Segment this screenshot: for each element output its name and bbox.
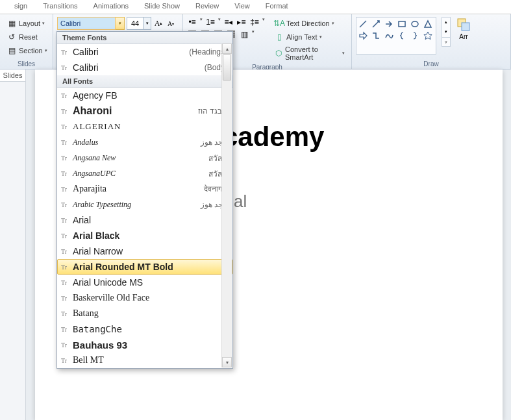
bullets-icon[interactable]: •≡	[187, 17, 197, 27]
shape-block-arrow-icon[interactable]	[358, 31, 368, 41]
gallery-down-icon[interactable]: ▾	[442, 27, 450, 36]
font-option-name: Arabic Typesetting	[73, 200, 201, 210]
font-option[interactable]: TrAgency FB	[57, 88, 232, 103]
font-option[interactable]: TrArial	[57, 212, 232, 228]
font-dropdown: Theme Fonts TrCalibri(Headings)TrCalibri…	[56, 31, 233, 369]
font-option-name: Arial Unicode MS	[73, 277, 227, 288]
arrange-button[interactable]: Arr	[456, 17, 471, 40]
font-option-name: AngsanaUPC	[73, 169, 208, 179]
font-option[interactable]: TrAngsana Newสวัสดี	[57, 150, 232, 166]
truetype-icon: Tr	[61, 217, 73, 224]
reset-icon: ↺	[6, 32, 17, 42]
section-label: Section	[19, 47, 43, 55]
gallery-up-icon[interactable]: ▴	[442, 18, 450, 27]
shapes-gallery[interactable]	[356, 17, 436, 55]
truetype-icon: Tr	[61, 154, 73, 162]
tab-review[interactable]: Review	[188, 0, 227, 14]
convert-smartart-button[interactable]: ⬡ Convert to SmartArt ▾	[271, 44, 347, 62]
font-dropdown-scrollbar[interactable]: ▴ ▾	[221, 43, 232, 367]
font-size-dropdown-button[interactable]: ▾	[143, 17, 151, 30]
columns-icon[interactable]: ▥	[239, 29, 249, 40]
convert-smartart-label: Convert to SmartArt	[285, 45, 340, 61]
shape-arrow-icon[interactable]	[384, 19, 394, 29]
shape-star-icon[interactable]	[423, 31, 433, 41]
text-direction-button[interactable]: ⇅A Text Direction ▾	[271, 17, 347, 30]
shape-brace2-icon[interactable]	[410, 31, 420, 41]
align-text-button[interactable]: ▯ Align Text ▾	[271, 31, 347, 43]
layout-button[interactable]: ▦ Layout ▾	[4, 17, 50, 30]
grow-font-icon[interactable]: A▴	[153, 18, 164, 29]
font-option[interactable]: TrCalibri(Headings)	[57, 44, 232, 60]
shape-brace-icon[interactable]	[397, 31, 407, 41]
truetype-icon: Tr	[61, 232, 73, 240]
truetype-icon: Tr	[61, 248, 73, 255]
font-dropdown-theme-header: Theme Fonts	[57, 32, 232, 44]
truetype-icon: Tr	[61, 279, 73, 286]
font-option[interactable]: TrALGERIAN	[57, 119, 232, 134]
shape-oval-icon[interactable]	[410, 19, 420, 29]
shape-rect-icon[interactable]	[397, 19, 407, 29]
tab-slide-show[interactable]: Slide Show	[136, 0, 188, 14]
font-option[interactable]: TrAharoniאבגד הוז	[57, 103, 232, 119]
shrink-font-icon[interactable]: A▾	[166, 18, 176, 29]
scroll-down-icon[interactable]: ▾	[222, 357, 232, 367]
scroll-up-icon[interactable]: ▴	[222, 43, 232, 54]
tab-format[interactable]: Format	[258, 0, 296, 14]
font-option[interactable]: TrBell MT	[57, 352, 232, 368]
font-option[interactable]: TrBatang	[57, 306, 232, 321]
text-direction-label: Text Direction	[286, 19, 330, 27]
numbering-icon[interactable]: 1≡	[205, 17, 216, 27]
tab-transitions[interactable]: Transitions	[35, 0, 85, 14]
font-option[interactable]: TrBauhaus 93	[57, 337, 232, 352]
truetype-icon: Tr	[61, 201, 73, 208]
scroll-thumb[interactable]	[223, 55, 231, 80]
shape-elbow-icon[interactable]	[371, 31, 381, 41]
font-size-combo[interactable]: ▾	[127, 17, 151, 30]
font-option[interactable]: TrCalibri(Body)	[57, 60, 232, 75]
gallery-more-icon[interactable]: ▿	[442, 37, 450, 46]
font-option-name: Calibri	[73, 62, 205, 73]
font-option-name: Aparajita	[73, 184, 204, 194]
font-option-name: Angsana New	[73, 153, 208, 163]
shape-triangle-icon[interactable]	[423, 19, 433, 29]
section-button[interactable]: ▤ Section ▾	[4, 44, 50, 57]
dropdown-icon: ▾	[45, 48, 47, 53]
font-option[interactable]: TrAparajitaदेवनागरी	[57, 181, 232, 197]
slides-tab[interactable]: Slides	[0, 69, 25, 82]
font-option[interactable]: TrBatangChe	[57, 321, 232, 337]
font-name-input[interactable]	[57, 17, 116, 30]
tab-sign[interactable]: sign	[6, 0, 35, 14]
font-size-input[interactable]	[127, 17, 143, 30]
font-name-combo[interactable]: ▾	[57, 17, 125, 30]
line-spacing-icon[interactable]: ‡≡	[249, 17, 260, 27]
font-option-name: Bell MT	[73, 355, 227, 365]
font-option[interactable]: TrAndalusأبجد هوز	[57, 134, 232, 150]
shape-line-arrow-icon[interactable]	[371, 19, 381, 29]
tab-view[interactable]: View	[227, 0, 258, 14]
shape-line-icon[interactable]	[358, 19, 368, 29]
font-option-name: Agency FB	[73, 90, 227, 101]
tab-animations[interactable]: Animations	[86, 0, 136, 14]
font-option-name: Arial	[73, 215, 227, 225]
increase-indent-icon[interactable]: ▸≡	[236, 17, 247, 27]
font-option[interactable]: TrArabic Typesettingأبجد هوز	[57, 197, 232, 212]
font-option[interactable]: TrArial Unicode MS	[57, 275, 232, 290]
font-option-name: Arial Narrow	[73, 246, 227, 256]
layout-icon: ▦	[6, 18, 17, 29]
font-option[interactable]: TrBaskerville Old Face	[57, 290, 232, 306]
section-icon: ▤	[6, 45, 17, 56]
font-option-name: Arial Rounded MT Bold	[73, 262, 227, 272]
font-option[interactable]: TrArial Narrow	[57, 243, 232, 259]
truetype-icon: Tr	[61, 123, 73, 130]
truetype-icon: Tr	[61, 326, 73, 333]
font-option-name: Bauhaus 93	[73, 340, 227, 351]
truetype-icon: Tr	[61, 310, 73, 317]
reset-button[interactable]: ↺ Reset	[4, 31, 50, 43]
decrease-indent-icon[interactable]: ≡◂	[223, 17, 234, 27]
font-option[interactable]: TrAngsanaUPCสวัสดี	[57, 166, 232, 181]
font-option-name: Arial Black	[73, 230, 227, 241]
font-name-dropdown-button[interactable]: ▾	[116, 17, 125, 30]
shape-curve-icon[interactable]	[384, 31, 394, 41]
font-option[interactable]: TrArial Rounded MT Bold	[57, 259, 232, 275]
font-option[interactable]: TrArial Black	[57, 228, 232, 243]
